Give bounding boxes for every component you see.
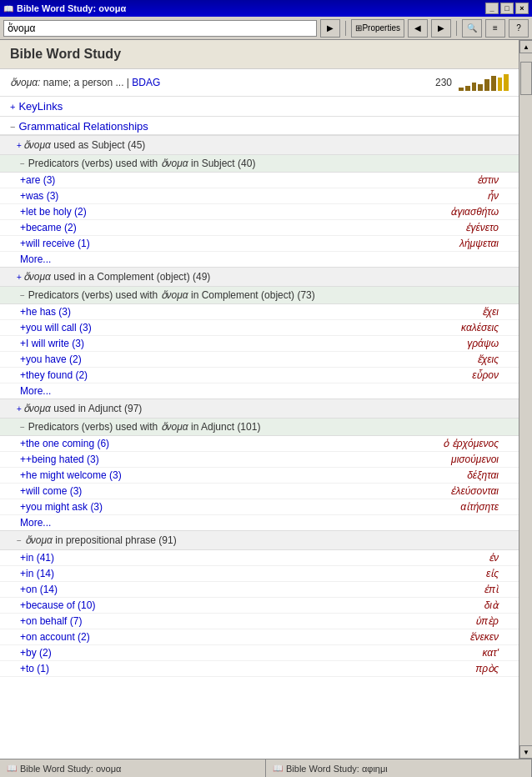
status-item-1[interactable]: 📖 Bible Word Study: ονομα <box>0 759 266 777</box>
scroll-up-button[interactable]: ▲ <box>519 40 532 53</box>
bar5 <box>484 79 489 91</box>
item-to[interactable]: +to (1) πρὸς <box>0 661 519 677</box>
more-link-subject[interactable]: More... <box>0 252 519 267</box>
main-area: Bible Word Study ὄνομα: name; a person .… <box>0 40 532 759</box>
item-on-14[interactable]: +on (14) ἐπὶ <box>0 582 519 598</box>
subsection-prep-expand[interactable]: − <box>17 536 22 545</box>
search-input[interactable] <box>3 20 317 37</box>
help-button[interactable]: ? <box>509 19 529 38</box>
item-let-be-holy[interactable]: +let be holy (2) ἁγιασθήτω <box>0 204 519 220</box>
item-will-come-label[interactable]: +will come (3) <box>20 485 450 497</box>
properties-button[interactable]: ⊞ Properties <box>351 19 404 38</box>
nav-back-button[interactable]: ◀ <box>408 19 428 38</box>
item-in-14[interactable]: +in (14) εἰς <box>0 566 519 582</box>
item-became-label[interactable]: +became (2) <box>20 222 465 233</box>
group-adjunct-header[interactable]: − Predicators (verbs) used with ὄνομα in… <box>0 419 519 436</box>
maximize-button[interactable]: □ <box>500 3 514 14</box>
item-the-one-coming[interactable]: +the one coming (6) ὁ ἐρχόμενος <box>0 436 519 452</box>
group-subject-expand[interactable]: − <box>20 159 25 168</box>
keylinks-label[interactable]: KeyLinks <box>18 100 63 113</box>
item-by-label[interactable]: +by (2) <box>20 647 483 659</box>
keylinks-row[interactable]: + KeyLinks <box>0 97 519 117</box>
item-to-label[interactable]: +to (1) <box>20 663 475 674</box>
status-text-2: Bible Word Study: αφιημι <box>286 764 388 774</box>
subsection-complement-header[interactable]: + ὄνομα used in a Complement (object) (4… <box>0 267 519 287</box>
item-will-come[interactable]: +will come (3) ἐλεύσονται <box>0 484 519 499</box>
item-will-receive-label[interactable]: +will receive (1) <box>20 238 459 249</box>
subsection-adjunct-expand[interactable]: + <box>17 404 22 414</box>
item-on-behalf-label[interactable]: +on behalf (7) <box>20 615 475 627</box>
item-he-has-greek: ἔχει <box>482 306 499 318</box>
subsection-subject-expand[interactable]: + <box>17 141 22 150</box>
item-he-has[interactable]: +he has (3) ἔχει <box>0 304 519 320</box>
scroll-thumb[interactable] <box>520 62 532 95</box>
item-let-be-holy-label[interactable]: +let be holy (2) <box>20 206 450 218</box>
title-bar-title: Bible Word Study: ονομα <box>17 3 126 13</box>
group-complement-expand[interactable]: − <box>20 291 25 300</box>
item-became[interactable]: +became (2) ἐγένετο <box>0 220 519 236</box>
group-subject-header[interactable]: − Predicators (verbs) used with ὄνομα in… <box>0 155 519 173</box>
group-adjunct-expand[interactable]: − <box>20 423 25 432</box>
keylinks-expand-icon[interactable]: + <box>10 102 15 112</box>
subsection-adjunct-label: ὄνομα used in Adjunct (97) <box>23 403 143 414</box>
item-on-account[interactable]: +on account (2) ἕνεκεν <box>0 629 519 645</box>
item-he-might-welcome-label[interactable]: +he might welcome (3) <box>20 469 467 481</box>
item-he-might-welcome[interactable]: +he might welcome (3) δέξηται <box>0 468 519 484</box>
item-on-14-label[interactable]: +on (14) <box>20 584 484 595</box>
subsection-subject-header[interactable]: + ὄνομα used as Subject (45) <box>0 135 519 155</box>
item-being-hated-label[interactable]: ++being hated (3) <box>20 454 451 465</box>
item-the-one-coming-label[interactable]: +the one coming (6) <box>20 438 443 449</box>
item-was[interactable]: +was (3) ἦν <box>0 188 519 204</box>
minimize-button[interactable]: _ <box>485 3 499 14</box>
item-being-hated[interactable]: ++being hated (3) μισούμενοι <box>0 452 519 468</box>
go-button[interactable]: ▶ <box>320 19 340 38</box>
item-because-of[interactable]: +because of (10) διὰ <box>0 598 519 614</box>
layout-button[interactable]: ≡ <box>485 19 505 38</box>
grammatical-expand-icon[interactable]: − <box>10 122 15 132</box>
item-are[interactable]: +are (3) ἐστιν <box>0 173 519 188</box>
group-complement-header[interactable]: − Predicators (verbs) used with ὄνομα in… <box>0 287 519 304</box>
toolbar: ▶ ⊞ Properties ◀ ▶ 🔍 ≡ ? <box>0 17 532 40</box>
scroll-track[interactable] <box>519 53 532 745</box>
item-you-might-ask-greek: αἰτήσητε <box>460 501 499 513</box>
item-i-will-write-label[interactable]: +I will write (3) <box>20 338 467 349</box>
subsection-complement-expand[interactable]: + <box>17 273 22 282</box>
item-by[interactable]: +by (2) κατ' <box>0 645 519 661</box>
item-on-behalf[interactable]: +on behalf (7) ὑπὲρ <box>0 614 519 629</box>
item-you-have[interactable]: +you have (2) ἔχεις <box>0 352 519 368</box>
item-in-14-greek: εἰς <box>486 568 499 579</box>
item-you-will-call-label[interactable]: +you will call (3) <box>20 322 461 333</box>
scrollbar[interactable]: ▲ ▼ <box>519 40 532 759</box>
more-link-adjunct[interactable]: More... <box>0 515 519 530</box>
search-button[interactable]: 🔍 <box>462 19 482 38</box>
subsection-adjunct-header[interactable]: + ὄνομα used in Adjunct (97) <box>0 399 519 419</box>
item-was-label[interactable]: +was (3) <box>20 190 487 202</box>
status-item-2[interactable]: 📖 Bible Word Study: αφιημι <box>266 759 532 777</box>
item-i-will-write[interactable]: +I will write (3) γράψω <box>0 336 519 352</box>
more-link-complement[interactable]: More... <box>0 383 519 399</box>
item-they-found-label[interactable]: +they found (2) <box>20 369 472 381</box>
item-on-account-label[interactable]: +on account (2) <box>20 631 469 643</box>
item-you-have-label[interactable]: +you have (2) <box>20 353 477 365</box>
item-in-41-label[interactable]: +in (41) <box>20 552 489 564</box>
item-you-will-call[interactable]: +you will call (3) καλέσεις <box>0 320 519 336</box>
item-because-of-label[interactable]: +because of (10) <box>20 599 484 611</box>
item-by-greek: κατ' <box>483 647 499 659</box>
item-in-41[interactable]: +in (41) ἐν <box>0 550 519 566</box>
grammatical-row[interactable]: − Grammatical Relationships <box>0 117 519 135</box>
subsection-prep-header[interactable]: − ὄνομα in prepositional phrase (91) <box>0 530 519 550</box>
item-will-receive[interactable]: +will receive (1) λήμψεται <box>0 236 519 252</box>
nav-forward-button[interactable]: ▶ <box>431 19 451 38</box>
scroll-down-button[interactable]: ▼ <box>519 745 532 759</box>
item-they-found[interactable]: +they found (2) εὗρον <box>0 368 519 383</box>
item-you-might-ask-label[interactable]: +you might ask (3) <box>20 501 460 513</box>
item-became-greek: ἐγένετο <box>465 222 499 233</box>
item-i-will-write-greek: γράψω <box>467 338 499 349</box>
grammatical-label[interactable]: Grammatical Relationships <box>18 120 148 133</box>
item-are-label[interactable]: +are (3) <box>20 174 477 186</box>
close-button[interactable]: × <box>515 3 529 14</box>
item-you-might-ask[interactable]: +you might ask (3) αἰτήσητε <box>0 499 519 515</box>
item-he-has-label[interactable]: +he has (3) <box>20 306 482 318</box>
item-in-14-label[interactable]: +in (14) <box>20 568 486 579</box>
item-because-of-greek: διὰ <box>484 599 499 611</box>
